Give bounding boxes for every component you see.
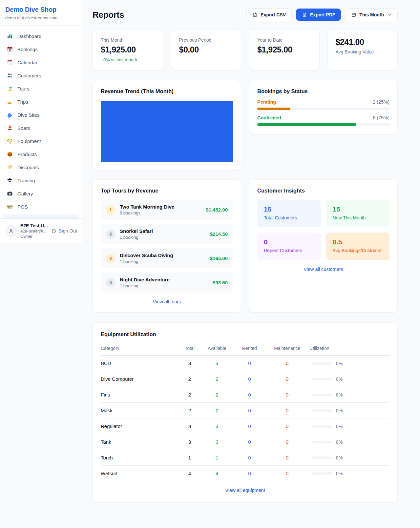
export-pdf-button[interactable]: Export PDF: [296, 9, 341, 21]
cell-utilization: 0%: [308, 434, 389, 450]
cell-available: 2: [201, 403, 233, 418]
header-actions: Export CSV Export PDF This Month: [246, 9, 398, 21]
utilization-bar: [312, 409, 332, 412]
utilization-bar: [312, 378, 332, 380]
main-content: Reports Export CSV Export PDF This Month: [82, 0, 420, 528]
sidebar-item-active-partial[interactable]: [3, 214, 79, 218]
sidebar-item-dashboard[interactable]: Dashboard: [3, 30, 79, 43]
column-header-total: Total: [178, 342, 201, 355]
sidebar-item-label: Dashboard: [17, 33, 41, 39]
utilization-text: 0%: [336, 471, 343, 476]
charts-row: Revenue Trend (This Month) Bookings by S…: [93, 80, 398, 170]
tour-bookings: 5 bookings: [120, 211, 201, 215]
export-csv-button[interactable]: Export CSV: [246, 9, 292, 21]
status-count: 6 (75%): [373, 115, 389, 120]
cell-maintenance: 0: [266, 450, 308, 466]
sidebar-item-training[interactable]: Training: [3, 174, 79, 187]
cell-total: 2: [178, 387, 201, 403]
sidebar-item-pos[interactable]: POS: [3, 200, 79, 213]
insight-tile-avg-bookings-customer: 0.5Avg Bookings/Customer: [326, 233, 390, 260]
sidebar-item-calendar[interactable]: Calendar: [3, 56, 79, 69]
customer-insights-card: Customer Insights 15Total Customers15New…: [249, 179, 398, 313]
tour-bookings: 1 booking: [120, 235, 205, 240]
sidebar-item-tours[interactable]: Tours: [3, 82, 79, 95]
sidebar-item-label: Calendar: [17, 60, 37, 65]
cell-category: Tank: [101, 434, 178, 450]
status-count: 2 (25%): [373, 99, 389, 105]
status-bar-fill: [257, 123, 356, 126]
cell-utilization: 0%: [308, 355, 389, 371]
stat-card-previous-period: Previous Period $0.00: [171, 30, 242, 70]
table-row: Dive Computer22000%: [101, 371, 389, 387]
table-row: Fins22000%: [101, 387, 389, 403]
utilization-indicator: 0%: [311, 439, 387, 445]
stat-label: This Month: [101, 37, 155, 43]
utilization-indicator: 0%: [311, 392, 387, 397]
tour-row: 3Discover Scuba Diving1 booking$165.00: [101, 248, 233, 268]
export-pdf-label: Export PDF: [310, 12, 335, 17]
insight-tile-total-customers: 15Total Customers: [257, 200, 321, 227]
tour-bookings: 1 booking: [120, 259, 205, 264]
customer-insights-title: Customer Insights: [257, 188, 389, 194]
sidebar-item-bookings[interactable]: 17Bookings: [3, 43, 79, 56]
equipment-icon: [7, 138, 13, 144]
utilization-text: 0%: [336, 361, 343, 366]
sidebar-item-label: Discounts: [17, 165, 39, 170]
cell-maintenance: 0: [266, 418, 308, 434]
utilization-text: 0%: [336, 455, 343, 460]
stat-value: $1,925.00: [101, 45, 155, 54]
sidebar-item-label: Dive Sites: [17, 112, 40, 118]
tour-bookings: 1 booking: [120, 283, 208, 288]
column-header-maintenance: Maintenance: [266, 342, 308, 355]
tour-info: Two Tank Morning Dive5 bookings: [120, 204, 201, 215]
cell-utilization: 0%: [308, 450, 389, 466]
stat-cards: This Month $1,925.00 +0% vs last month P…: [93, 30, 398, 70]
sidebar-item-dive-sites[interactable]: Dive Sites: [3, 108, 79, 121]
cell-rented: 0: [233, 371, 266, 387]
stat-card-year-to-date: Year to Date $1,925.00: [249, 30, 320, 70]
sidebar-item-label: Tours: [17, 86, 30, 91]
tours-list: 1Two Tank Morning Dive5 bookings$1,452.0…: [101, 200, 233, 293]
svg-text:17: 17: [9, 49, 11, 51]
table-row: Mask22000%: [101, 403, 389, 418]
cell-maintenance: 0: [266, 403, 308, 418]
stat-label: Previous Period: [179, 37, 233, 43]
tour-name: Discover Scuba Diving: [120, 253, 205, 258]
sidebar-item-label: POS: [17, 204, 28, 210]
sidebar-item-products[interactable]: Products: [3, 148, 79, 161]
cell-available: 3: [201, 355, 233, 371]
cell-maintenance: 0: [266, 466, 308, 481]
revenue-trend-title: Revenue Trend (This Month): [101, 88, 233, 94]
sidebar-item-trips[interactable]: Trips: [3, 95, 79, 108]
sidebar-item-label: Bookings: [17, 47, 38, 52]
stat-delta: +0% vs last month: [101, 57, 155, 62]
sign-out-button[interactable]: Sign Out: [51, 228, 77, 234]
sidebar: Demo Dive Shop demo.test.divestreams.com…: [0, 0, 82, 243]
sidebar-item-customers[interactable]: Customers: [3, 69, 79, 82]
cell-category: Torch: [101, 450, 178, 466]
view-all-tours-link[interactable]: View all tours: [101, 299, 233, 304]
period-dropdown[interactable]: This Month: [345, 9, 398, 21]
sidebar-item-label: Customers: [17, 73, 41, 78]
tour-revenue: $165.00: [210, 255, 228, 261]
view-all-customers-link[interactable]: View all customers: [257, 267, 389, 272]
cell-available: 3: [201, 434, 233, 450]
user-email: e2e-tester@...: [20, 229, 48, 234]
sidebar-item-gallery[interactable]: Gallery: [3, 187, 79, 200]
cell-available: 4: [201, 466, 233, 481]
sidebar-item-discounts[interactable]: Discounts: [3, 161, 79, 174]
insight-tile-new-this-month: 15New This Month: [326, 200, 390, 227]
utilization-indicator: 0%: [311, 361, 387, 366]
sidebar-item-equipment[interactable]: Equipment: [3, 134, 79, 148]
view-all-equipment-link[interactable]: View all equipment: [101, 488, 389, 493]
sidebar-item-boats[interactable]: Boats: [3, 121, 79, 134]
sidebar-item-label: Training: [17, 178, 35, 183]
cell-utilization: 0%: [308, 371, 389, 387]
tour-revenue: $1,452.00: [206, 207, 228, 213]
cell-utilization: 0%: [308, 466, 389, 481]
period-label: This Month: [359, 12, 384, 17]
rank-badge: 2: [106, 230, 115, 239]
table-row: Torch11000%: [101, 450, 389, 466]
top-tours-card: Top Tours by Revenue 1Two Tank Morning D…: [93, 179, 241, 313]
top-tours-title: Top Tours by Revenue: [101, 188, 233, 194]
